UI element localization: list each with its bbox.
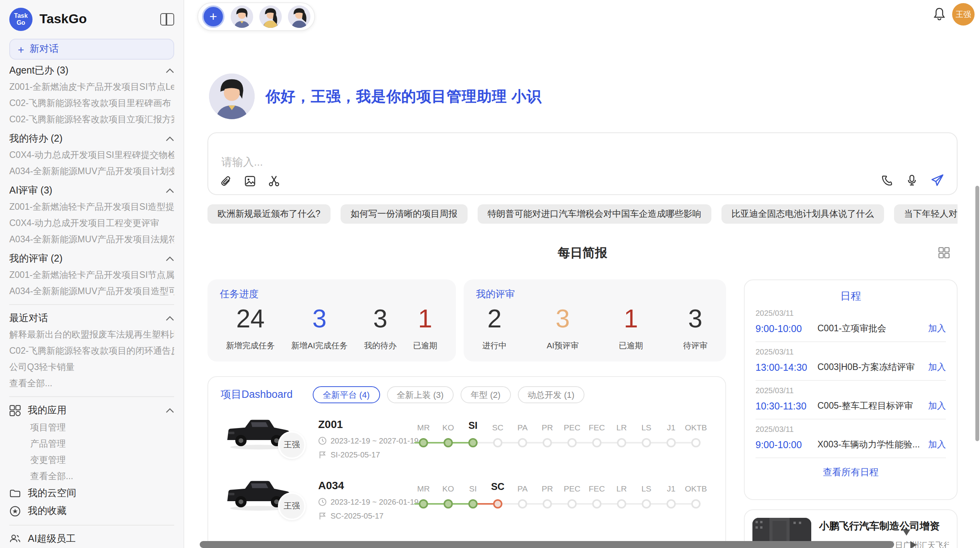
recent-chat-item[interactable]: 解释最新出台的欧盟报废车法规再生塑料比例被调至15%... (9, 327, 174, 343)
schedule-time: 9:00-10:00 (756, 323, 817, 334)
stat-label: 已逾期 (619, 341, 643, 351)
view-all-schedule-link[interactable]: 查看所有日程 (756, 466, 946, 479)
suggestion-chips: 欧洲新规最近颁布了什么?如何写一份清晰的项目周报特朗普可能对进口汽车增税会对中国… (207, 204, 958, 224)
project-row-z001[interactable]: 王强 Z001 2023-12-19 ~ 2027-01-19 SI-2025-… (221, 408, 713, 467)
task-item[interactable]: C02-飞腾新能源轻客改款项目立项汇报方案 (9, 111, 174, 128)
my-apps-header[interactable]: 我的应用 (9, 402, 174, 420)
stat-value: 3 (364, 304, 397, 334)
task-item[interactable]: C0X4-动力总成开发项目SI里程碑提交物检查 (9, 147, 174, 163)
app-item[interactable]: 查看全部... (9, 468, 174, 485)
daily-briefing-title: 每日简报 (207, 245, 958, 262)
task-item[interactable]: C0X4-动力总成开发项目工程变更评审 (9, 215, 174, 231)
stat-label: 新增完成任务 (226, 341, 275, 351)
milestone-label: SI (468, 420, 478, 431)
new-chat-button[interactable]: + 新对话 (9, 39, 174, 60)
task-item[interactable]: Z001-全新燃油皮卡产品开发项目SI节点Lesson Learn报告 (9, 79, 174, 95)
recent-chat-item[interactable]: C02-飞腾新能源轻客改款项目的闭环通告反馈情况 (9, 343, 174, 359)
milestone-label: FEC (589, 423, 605, 432)
stat-label: 新增AI完成任务 (291, 341, 348, 351)
suggestion-chip[interactable]: 比亚迪全固态电池计划具体说了什么 (721, 204, 884, 224)
vertical-scrollbar[interactable] (975, 186, 979, 441)
milestone-dot (543, 438, 552, 447)
task-item[interactable]: A034-全新新能源MUV产品开发项目计划变更表编写 (9, 163, 174, 180)
project-code: Z001 (318, 418, 343, 430)
project-milestone-tag: SI-2025-05-17 (318, 450, 380, 459)
stat: 3 新增AI完成任务 (291, 304, 348, 351)
project-dates: 2023-12-19 ~ 2027-01-19 (318, 437, 418, 445)
user-avatar[interactable]: 王强 (952, 3, 975, 26)
suggestion-chip[interactable]: 欧洲新规最近颁布了什么? (207, 204, 331, 224)
section-header-my-todo[interactable]: 我的待办 (2) (9, 130, 174, 147)
schedule-item: 2025/03/11 13:00-14:30 C003|H0B-方案冻结评审 加… (756, 342, 946, 381)
milestone-label: FEC (589, 484, 605, 493)
message-input[interactable] (220, 155, 684, 169)
filter-chip[interactable]: 动总开发 (1) (517, 386, 584, 403)
section-header-recent-chats[interactable]: 最近对话 (9, 310, 174, 327)
milestone-dot (419, 438, 428, 447)
my-cloud-item[interactable]: 我的云空间 (9, 485, 174, 502)
layout-grid-icon[interactable] (938, 247, 950, 259)
image-icon[interactable] (244, 175, 256, 187)
attachment-icon[interactable] (220, 175, 232, 187)
agent-avatar-2[interactable] (259, 5, 282, 28)
filter-chip[interactable]: 年型 (2) (461, 386, 511, 403)
card-title: 我的评审 (476, 288, 714, 301)
my-favorites-item[interactable]: 我的收藏 (9, 502, 174, 520)
agent-avatar-1[interactable] (231, 5, 253, 28)
app-item[interactable]: 产品管理 (9, 436, 174, 452)
horizontal-scrollbar[interactable] (200, 541, 894, 548)
send-icon[interactable] (930, 173, 944, 187)
dashboard-title: 项目Dashboard (221, 388, 293, 402)
recent-chat-item[interactable]: 查看全部... (9, 375, 174, 392)
phone-call-icon[interactable] (881, 174, 893, 187)
milestone-label: PA (517, 423, 528, 432)
recent-chat-item[interactable]: 公司Q3轻卡销量 (9, 359, 174, 375)
scissors-icon[interactable] (268, 175, 280, 187)
milestone-label: SI (469, 484, 477, 493)
scroll-down-arrow[interactable] (903, 529, 910, 536)
notifications-bell-icon[interactable] (933, 7, 946, 21)
logo-text-top: Task (14, 12, 27, 19)
schedule-time: 10:30-11:30 (756, 401, 817, 411)
sidebar: Task Go TaskGo + 新对话 Agent已办 (3) Z001-全新… (0, 0, 184, 548)
schedule-date: 2025/03/11 (756, 425, 946, 433)
join-link[interactable]: 加入 (928, 400, 946, 412)
suggestion-chip[interactable]: 如何写一份清晰的项目周报 (341, 204, 468, 224)
section-header-ai-review[interactable]: AI评审 (3) (9, 182, 174, 199)
task-item[interactable]: A034-全新新能源MUV产品开发项目法规符合性评审 (9, 231, 174, 248)
microphone-icon[interactable] (906, 174, 918, 187)
milestone-dot (691, 438, 701, 447)
task-item[interactable]: Z001-全新燃油轻卡产品开发项目SI造型提交物评审 (9, 199, 174, 215)
task-item[interactable]: Z001-全新燃油轻卡产品开发项目SI节点属性5D文件评审 (9, 267, 174, 283)
milestone-label: LR (617, 484, 627, 493)
message-composer (207, 132, 958, 195)
suggestion-chip[interactable]: 当下年轻人对汽车外观有怎样的喜好趋势 (894, 204, 958, 224)
stat: 3 我的待办 (364, 304, 397, 351)
suggestion-chip[interactable]: 特朗普可能对进口汽车增税会对中国车企造成哪些影响 (478, 204, 711, 224)
task-item[interactable]: A034-全新新能源MUV产品开发项目造型可行性评审 (9, 283, 174, 300)
add-agent-button[interactable]: + (202, 5, 224, 28)
milestone-timeline: MRKOSISCPAPRPECFECLRLSJ1OKTB (414, 408, 716, 462)
section-header-my-review[interactable]: 我的评审 (2) (9, 250, 174, 267)
join-link[interactable]: 加入 (928, 361, 946, 373)
filter-chip[interactable]: 全新上装 (3) (387, 386, 454, 403)
sidebar-collapse-icon[interactable] (160, 13, 174, 26)
greeting-text: 你好，王强，我是你的项目管理助理 小识 (266, 86, 542, 106)
recent-chats-list: 解释最新出台的欧盟报废车法规再生塑料比例被调至15%...C02-飞腾新能源轻客… (9, 327, 174, 392)
agent-avatar-3[interactable] (288, 5, 310, 28)
ai-review-list: Z001-全新燃油轻卡产品开发项目SI造型提交物评审C0X4-动力总成开发项目工… (9, 199, 174, 248)
app-item[interactable]: 变更管理 (9, 452, 174, 468)
join-link[interactable]: 加入 (928, 439, 946, 450)
project-dashboard-card: 项目Dashboard 全新平台 (4)全新上装 (3)年型 (2)动总开发 (… (207, 376, 726, 548)
join-link[interactable]: 加入 (928, 323, 946, 334)
app-window: Task Go TaskGo + 新对话 Agent已办 (3) Z001-全新… (0, 0, 980, 548)
section-header-agent-done[interactable]: Agent已办 (3) (9, 62, 174, 79)
tool-ai-super-staff[interactable]: AI超级员工 (9, 530, 174, 548)
task-item[interactable]: C02-飞腾新能源轻客改款项目里程碑画布 (9, 95, 174, 111)
milestone-label: PR (541, 423, 553, 432)
project-row-a034[interactable]: 王强 A034 2023-12-19 ~ 2026-01-19 SC-2025-… (221, 469, 713, 528)
app-item[interactable]: 项目管理 (9, 420, 174, 436)
scroll-right-arrow[interactable] (910, 541, 917, 548)
filter-chip[interactable]: 全新平台 (4) (313, 386, 380, 403)
milestone-label: KO (442, 423, 454, 432)
